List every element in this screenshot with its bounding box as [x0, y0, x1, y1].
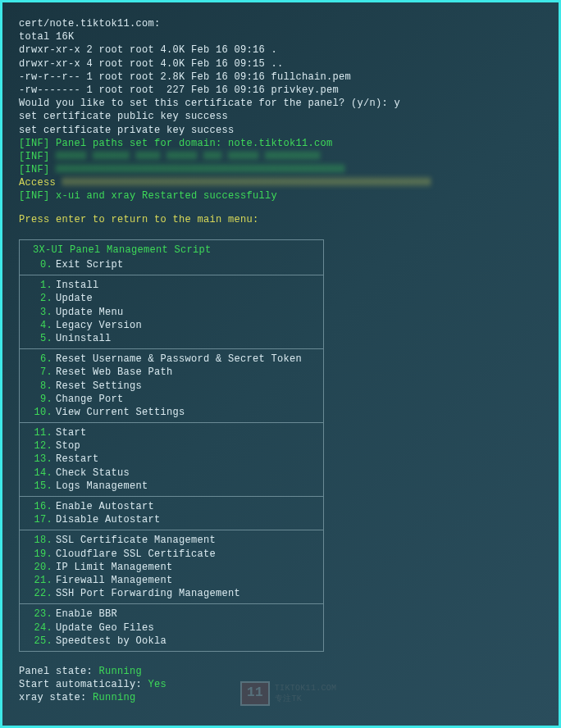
menu-label: Install — [56, 279, 99, 292]
menu-num: 15. — [33, 480, 56, 493]
menu-item-view-settings[interactable]: 10.View Current Settings — [33, 406, 315, 419]
menu-section: 23.Enable BBR 24.Update Geo Files 25.Spe… — [20, 604, 323, 651]
menu-section: 18.SSL Certificate Management 19.Cloudfl… — [20, 530, 323, 604]
redacted-text: XXXXXXXXXXXXXXXXXXXXXXXXXXXXXXXXXXXXXXXX… — [56, 163, 345, 176]
inf-domain: [INF] Panel paths set for domain: note.t… — [19, 137, 547, 150]
ls-total: total 16K — [19, 30, 547, 43]
menu-section: 16.Enable Autostart 17.Disable Autostart — [20, 497, 323, 530]
menu-label: Exit Script — [56, 258, 124, 271]
menu-item-reset-settings[interactable]: 8.Reset Settings — [33, 380, 315, 393]
menu-num: 20. — [33, 561, 56, 574]
ls-row: -rw------- 1 root root 227 Feb 16 09:16 … — [19, 84, 547, 97]
pubkey-success: set certificate public key success — [19, 110, 547, 123]
menu-label: Enable BBR — [56, 607, 117, 621]
menu-num: 21. — [33, 574, 56, 587]
menu-num: 6. — [33, 353, 56, 366]
menu-item-logs[interactable]: 15.Logs Management — [33, 480, 315, 493]
access-label: Access — [19, 177, 62, 189]
menu-label: Cloudflare SSL Certificate — [56, 548, 216, 561]
inf-restart: [INF] x-ui and xray Restarted successful… — [19, 189, 547, 202]
inf-line: [INF] XXXXX XXXXXX XXXX XXXXX XXX XXXXX … — [19, 150, 547, 163]
menu-num: 5. — [33, 332, 56, 345]
menu-item-uninstall[interactable]: 5.Uninstall — [33, 332, 315, 345]
menu-item-ssl-cert[interactable]: 18.SSL Certificate Management — [33, 534, 315, 547]
cert-prompt[interactable]: Would you like to set this certificate f… — [19, 97, 547, 110]
menu-num: 8. — [33, 380, 56, 393]
status-value: Running — [93, 692, 136, 703]
menu-num: 7. — [33, 366, 56, 379]
menu-item-restart[interactable]: 13.Restart — [33, 453, 315, 466]
menu-num: 9. — [33, 393, 56, 406]
menu-label: SSL Certificate Management — [56, 534, 216, 547]
menu-num: 1. — [33, 279, 56, 292]
status-label: Start automatically: — [19, 679, 148, 690]
menu-label: Reset Username & Password & Secret Token — [56, 353, 302, 366]
menu-item-update-menu[interactable]: 3.Update Menu — [33, 306, 315, 319]
menu-item-legacy[interactable]: 4.Legacy Version — [33, 319, 315, 332]
menu-item-stop[interactable]: 12.Stop — [33, 439, 315, 453]
inf-tag: [INF] — [19, 151, 50, 162]
menu-num: 23. — [33, 607, 56, 621]
menu-label: Logs Management — [56, 480, 148, 493]
menu-num: 16. — [33, 500, 56, 513]
menu-item-update-geo[interactable]: 24.Update Geo Files — [33, 621, 315, 635]
watermark-icon: 11 — [240, 681, 270, 706]
menu-label: Update — [56, 292, 93, 305]
menu-item-update[interactable]: 2.Update — [33, 292, 315, 305]
menu-label: Reset Settings — [56, 380, 142, 393]
menu-label: SSH Port Forwarding Management — [56, 587, 240, 600]
menu-item-reset-path[interactable]: 7.Reset Web Base Path — [33, 366, 315, 379]
redacted-text: XXXXX XXXXXX XXXX XXXXX XXX XXXXX XXXXXX… — [56, 150, 321, 163]
menu-label: Restart — [56, 453, 99, 466]
menu-section: 1.Install 2.Update 3.Update Menu 4.Legac… — [20, 275, 323, 349]
menu-item-ssh-forward[interactable]: 22.SSH Port Forwarding Management — [33, 587, 315, 600]
ls-row: drwxr-xr-x 4 root root 4.0K Feb 16 09:15… — [19, 57, 547, 71]
ls-row: -rw-r--r-- 1 root root 2.8K Feb 16 09:16… — [19, 71, 547, 84]
menu-num: 0. — [33, 258, 56, 271]
menu-item-install[interactable]: 1.Install — [33, 279, 315, 292]
inf-line: [INF] XXXXXXXXXXXXXXXXXXXXXXXXXXXXXXXXXX… — [19, 163, 547, 176]
menu-num: 17. — [33, 513, 56, 526]
menu-item-firewall[interactable]: 21.Firewall Management — [33, 574, 315, 587]
menu-num: 13. — [33, 453, 56, 466]
menu-item-enable-bbr[interactable]: 23.Enable BBR — [33, 607, 315, 621]
menu-title: 3X-UI Panel Management Script — [33, 243, 315, 258]
menu-item-ip-limit[interactable]: 20.IP Limit Management — [33, 561, 315, 574]
menu-label: Update Menu — [56, 306, 124, 319]
ls-row: drwxr-xr-x 2 root root 4.0K Feb 16 09:16… — [19, 43, 547, 57]
menu-num: 22. — [33, 587, 56, 600]
spacer — [19, 203, 547, 213]
menu-label: Speedtest by Ookla — [56, 635, 166, 648]
return-prompt[interactable]: Press enter to return to the main menu: — [19, 213, 547, 226]
menu-item-enable-autostart[interactable]: 16.Enable Autostart — [33, 500, 315, 513]
menu-item-cloudflare-ssl[interactable]: 19.Cloudflare SSL Certificate — [33, 548, 315, 561]
redacted-text: XXXXXXXXXXXXXXXXXXXXXXXXXXXXXXXXXXXXXXXX… — [62, 176, 431, 189]
menu-num: 2. — [33, 292, 56, 305]
menu-num: 19. — [33, 548, 56, 561]
menu-item-start[interactable]: 11.Start — [33, 426, 315, 439]
menu-item-check-status[interactable]: 14.Check Status — [33, 466, 315, 480]
menu-label: Stop — [56, 439, 80, 453]
watermark-line: 专注TK — [275, 694, 337, 705]
inf-tag: [INF] — [19, 164, 50, 175]
menu-box: 3X-UI Panel Management Script 0.Exit Scr… — [19, 239, 324, 652]
menu-label: Start — [56, 426, 87, 439]
watermark: 11 TIKTOK11.COM 专注TK — [240, 681, 336, 706]
menu-section: 6.Reset Username & Password & Secret Tok… — [20, 349, 323, 423]
status-label: xray state: — [19, 692, 93, 703]
access-line: Access XXXXXXXXXXXXXXXXXXXXXXXXXXXXXXXXX… — [19, 176, 547, 189]
menu-item-disable-autostart[interactable]: 17.Disable Autostart — [33, 513, 315, 526]
menu-num: 4. — [33, 319, 56, 332]
watermark-line: TIKTOK11.COM — [275, 683, 337, 694]
menu-label: Enable Autostart — [56, 500, 154, 513]
menu-item-reset-user[interactable]: 6.Reset Username & Password & Secret Tok… — [33, 353, 315, 366]
status-label: Panel state: — [19, 666, 99, 677]
menu-item-change-port[interactable]: 9.Change Port — [33, 393, 315, 406]
menu-item-speedtest[interactable]: 25.Speedtest by Ookla — [33, 635, 315, 648]
menu-num: 3. — [33, 306, 56, 319]
menu-item-exit[interactable]: 0.Exit Script — [33, 258, 315, 271]
menu-num: 12. — [33, 439, 56, 453]
menu-num: 10. — [33, 406, 56, 419]
menu-label: Disable Autostart — [56, 513, 161, 526]
menu-label: View Current Settings — [56, 406, 185, 419]
